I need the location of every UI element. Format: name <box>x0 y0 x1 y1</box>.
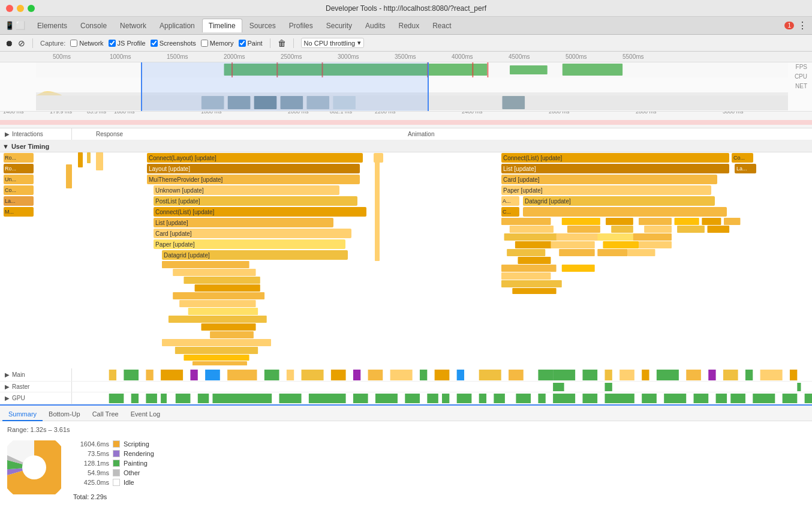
svg-rect-42 <box>611 226 633 233</box>
svg-rect-96 <box>790 370 797 380</box>
summary-section: Range: 1.32s – 3.61s 1604.6ms <box>0 421 812 525</box>
flame-bar-paper-right[interactable]: Paper [update] <box>501 185 711 195</box>
tab-react[interactable]: React <box>426 19 457 32</box>
tab-call-tree[interactable]: Call Tree <box>86 408 125 421</box>
svg-rect-39 <box>567 226 600 233</box>
tab-sources[interactable]: Sources <box>243 19 282 32</box>
flame-bar-list-right[interactable]: List [update] <box>501 164 729 173</box>
tabbar-right: 1 ⋮ <box>784 20 807 31</box>
svg-rect-51 <box>559 249 595 256</box>
tick-1000: 1000ms <box>110 53 131 60</box>
tab-elements[interactable]: Elements <box>31 19 73 32</box>
paint-checkbox-label[interactable]: Paint <box>239 40 263 47</box>
svg-rect-19 <box>502 96 525 109</box>
interactions-row: ▶ Interactions Response Animation <box>0 128 812 140</box>
flame-bar-connect-list-right[interactable]: Connect(List) [update] <box>501 153 729 163</box>
clear-button[interactable]: 🗑 <box>278 38 286 48</box>
js-profile-checkbox-label[interactable]: JS Profile <box>109 40 146 47</box>
tab-profiles[interactable]: Profiles <box>283 19 319 32</box>
tab-network[interactable]: Network <box>114 19 152 32</box>
paint-checkbox[interactable] <box>239 40 246 47</box>
toolbar-sep-3 <box>293 38 294 48</box>
tab-event-log[interactable]: Event Log <box>125 408 167 421</box>
flame-bar-postlist[interactable]: PostList [update] <box>154 196 357 206</box>
screenshots-checkbox-label[interactable]: Screenshots <box>151 40 196 47</box>
flame-label-row-2: Un... <box>0 174 36 185</box>
small-block-4 <box>96 152 103 170</box>
selection-overlay[interactable] <box>141 62 429 112</box>
flame-bar-datagrid-left[interactable]: Datagrid [update] <box>162 250 348 260</box>
close-button[interactable] <box>6 5 13 12</box>
tick-2500: 2500ms <box>281 53 302 60</box>
animation-label: Animation <box>408 131 434 137</box>
network-checkbox-label[interactable]: Network <box>70 40 103 47</box>
tab-security[interactable]: Security <box>320 19 358 32</box>
main-track-svg <box>72 368 812 381</box>
tick-2000: 2000ms <box>224 53 245 60</box>
svg-rect-71 <box>205 370 220 380</box>
flame-bar-unknown[interactable]: Unknown [update] <box>154 185 339 195</box>
screenshots-checkbox[interactable] <box>151 40 158 47</box>
svg-rect-44 <box>644 226 672 233</box>
tab-bottom-up[interactable]: Bottom-Up <box>43 408 86 421</box>
raster-track: ▶ Raster <box>0 382 812 392</box>
idle-value: 425.0ms <box>73 479 109 486</box>
raster-track-svg <box>72 382 812 392</box>
flame-bar-paper-left[interactable]: Paper [update] <box>154 239 345 249</box>
svg-rect-92 <box>708 370 715 380</box>
memory-checkbox[interactable] <box>201 40 208 47</box>
tab-console[interactable]: Console <box>74 19 113 32</box>
memory-checkbox-label[interactable]: Memory <box>201 40 234 47</box>
tab-application[interactable]: Application <box>154 19 201 32</box>
marker-bar <box>375 153 380 261</box>
tab-timeline[interactable]: Timeline <box>202 19 242 32</box>
legend-rendering: 73.5ms Rendering <box>73 450 154 457</box>
svg-rect-41 <box>606 218 633 225</box>
flame-bar-connectlist-left[interactable]: Connect(List) [update] <box>154 207 366 217</box>
flame-bar-layout[interactable]: Layout [update] <box>147 164 360 173</box>
svg-rect-57 <box>512 288 556 294</box>
record-button[interactable]: ⏺ <box>5 38 13 48</box>
flame-bar-muithemeprovider[interactable]: MuiThemeProvider [update] <box>147 175 360 184</box>
js-profile-checkbox[interactable] <box>109 40 116 47</box>
net-label: NET <box>795 83 807 89</box>
maximize-button[interactable] <box>28 5 35 12</box>
svg-rect-77 <box>353 370 360 380</box>
interactions-text: Interactions <box>12 131 43 137</box>
cpu-throttle-select[interactable]: No CPU throttling ▾ <box>301 38 365 48</box>
user-timing-label: User Timing <box>11 143 49 150</box>
svg-rect-123 <box>582 394 597 403</box>
total-row: Total: 2.29s <box>73 493 154 500</box>
raster-track-label[interactable]: ▶ Raster <box>0 382 72 392</box>
flame-bar-card-left[interactable]: Card [update] <box>154 229 351 238</box>
gpu-track-label[interactable]: ▶ GPU <box>0 392 72 404</box>
svg-rect-56 <box>501 280 562 287</box>
stop-button[interactable]: ⊘ <box>18 38 25 48</box>
more-menu-icon[interactable]: ⋮ <box>798 20 807 31</box>
flame-bar-datagrid-right[interactable]: Datagrid [update] <box>523 196 715 206</box>
main-track-label[interactable]: ▶ Main <box>0 368 72 381</box>
minimize-button[interactable] <box>17 5 24 12</box>
flame-bar-card-right[interactable]: Card [update] <box>501 175 717 184</box>
tab-summary[interactable]: Summary <box>2 408 43 421</box>
network-checkbox[interactable] <box>70 40 77 47</box>
svg-rect-99 <box>553 383 564 391</box>
svg-rect-85 <box>553 370 575 380</box>
device-icon[interactable]: 📱 <box>5 21 14 30</box>
ann-179: 179.9 ms <box>50 112 72 115</box>
svg-rect-88 <box>619 370 634 380</box>
painting-label: Painting <box>124 460 148 467</box>
svg-rect-131 <box>783 394 798 403</box>
interactions-label[interactable]: ▶ Interactions <box>0 128 72 140</box>
svg-rect-121 <box>538 394 545 403</box>
right-label-co: Co... <box>732 153 753 163</box>
flame-bar-list-left[interactable]: List [update] <box>154 218 333 227</box>
scripting-color <box>113 440 120 448</box>
svg-rect-107 <box>176 394 191 403</box>
svg-rect-111 <box>309 394 346 403</box>
inspect-icon[interactable]: ⬜ <box>16 21 25 30</box>
svg-rect-32 <box>184 355 249 361</box>
flame-bar-connect-layout[interactable]: Connect(Layout) [update] <box>147 153 363 163</box>
tab-redux[interactable]: Redux <box>392 19 425 32</box>
tab-audits[interactable]: Audits <box>359 19 391 32</box>
